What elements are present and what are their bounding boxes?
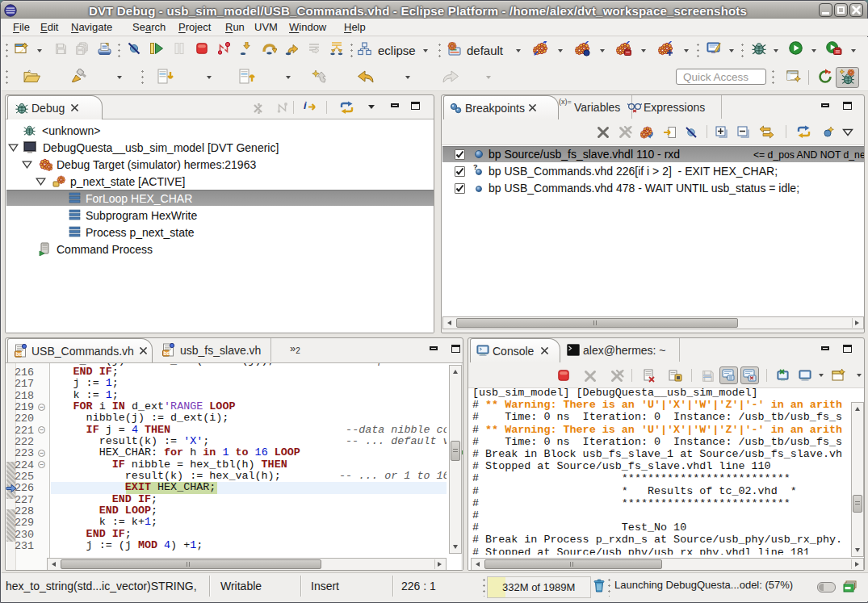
svg-text:bd: bd xyxy=(16,351,23,357)
svg-text:bd: bd xyxy=(164,350,170,356)
